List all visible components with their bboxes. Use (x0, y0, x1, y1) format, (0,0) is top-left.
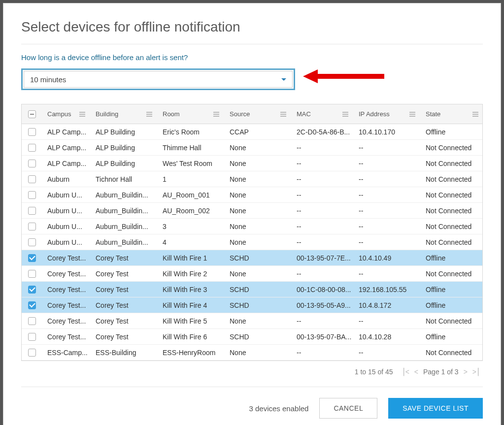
row-checkbox[interactable] (28, 286, 36, 294)
cell-mac: -- (292, 187, 354, 202)
row-checkbox[interactable] (28, 191, 36, 199)
column-menu-icon[interactable] (280, 112, 286, 117)
table-row[interactable]: AuburnTichnor Hall1None----Not Connected (22, 171, 482, 187)
save-device-list-button[interactable]: SAVE DEVICE LIST (388, 398, 483, 419)
cell-room: Wes' Test Room (158, 156, 225, 171)
cell-room: Kill With Fire 2 (158, 266, 225, 281)
col-state[interactable]: State (421, 104, 484, 124)
table-row[interactable]: Corey Test...Corey TestKill With Fire 3S… (22, 282, 482, 297)
cell-campus: Auburn U... (42, 203, 91, 218)
table-row[interactable]: Corey Test...Corey TestKill With Fire 5N… (22, 313, 482, 329)
duration-dropdown-highlight: 10 minutes (21, 68, 295, 90)
col-label: MAC (297, 110, 311, 118)
pager-first-icon[interactable]: ⎮< (402, 368, 409, 376)
table-row[interactable]: Corey Test...Corey TestKill With Fire 4S… (22, 297, 482, 313)
table-row[interactable]: Corey Test...Corey TestKill With Fire 1S… (22, 250, 482, 266)
cell-mac: 2C-D0-5A-86-B... (292, 124, 354, 139)
cancel-button[interactable]: CANCEL (319, 398, 377, 419)
cell-mac: -- (292, 140, 354, 155)
row-checkbox[interactable] (28, 175, 36, 183)
column-menu-icon[interactable] (342, 112, 348, 117)
cell-mac: -- (292, 345, 354, 360)
row-checkbox[interactable] (28, 128, 36, 136)
cell-source: SCHD (225, 250, 292, 265)
row-checkbox[interactable] (28, 144, 36, 152)
cell-building: Corey Test (91, 313, 158, 328)
cell-campus: Corey Test... (42, 313, 91, 328)
select-all-header (22, 104, 42, 124)
pager-last-icon[interactable]: >⎮ (472, 368, 480, 376)
table-row[interactable]: ALP Camp...ALP BuildingThimme HallNone--… (22, 140, 482, 156)
row-checkbox-cell (22, 219, 42, 234)
cell-campus: Corey Test... (42, 250, 91, 265)
duration-dropdown[interactable]: 10 minutes (24, 71, 293, 88)
column-menu-icon[interactable] (213, 112, 219, 117)
cell-building: Corey Test (91, 250, 158, 265)
cell-room: AU_Room_002 (158, 203, 225, 218)
cell-ip: -- (354, 313, 421, 328)
select-all-checkbox[interactable] (28, 110, 36, 118)
table-row[interactable]: Auburn U...Auburn_Buildin...AU_Room_001N… (22, 187, 482, 203)
table-body: ALP Camp...ALP BuildingEric's RoomCCAP2C… (22, 124, 482, 360)
table-row[interactable]: ALP Camp...ALP BuildingWes' Test RoomNon… (22, 156, 482, 171)
col-room[interactable]: Room (158, 104, 225, 124)
cell-room: Kill With Fire 5 (158, 313, 225, 328)
row-checkbox[interactable] (28, 207, 36, 215)
cell-building: ALP Building (91, 156, 158, 171)
row-checkbox[interactable] (28, 223, 36, 230)
table-row[interactable]: Auburn U...Auburn_Buildin...3None----Not… (22, 219, 482, 234)
row-checkbox-cell (22, 266, 42, 281)
row-checkbox[interactable] (28, 301, 36, 309)
row-checkbox-cell (22, 329, 42, 344)
duration-prompt: How long is a device offline before an a… (21, 53, 483, 62)
row-checkbox[interactable] (28, 270, 36, 278)
col-campus[interactable]: Campus (42, 104, 91, 124)
cell-state: Not Connected (421, 140, 484, 155)
row-checkbox[interactable] (28, 333, 36, 341)
table-row[interactable]: Auburn U...Auburn_Buildin...AU_Room_002N… (22, 203, 482, 219)
cell-source: SCHD (225, 282, 292, 297)
cell-campus: Auburn U... (42, 187, 91, 202)
cell-state: Not Connected (421, 187, 484, 202)
row-checkbox[interactable] (28, 317, 36, 325)
cell-room: AU_Room_001 (158, 187, 225, 202)
cell-source: None (225, 266, 292, 281)
cell-ip: 10.4.10.170 (354, 124, 421, 139)
table-row[interactable]: ALP Camp...ALP BuildingEric's RoomCCAP2C… (22, 124, 482, 140)
row-checkbox-cell (22, 345, 42, 360)
column-menu-icon[interactable] (79, 112, 85, 117)
table-row[interactable]: Auburn U...Auburn_Buildin...4None----Not… (22, 234, 482, 250)
col-mac[interactable]: MAC (292, 104, 354, 124)
cell-mac: -- (292, 266, 354, 281)
cell-building: ALP Building (91, 140, 158, 155)
col-building[interactable]: Building (91, 104, 158, 124)
table-row[interactable]: Corey Test...Corey TestKill With Fire 6S… (22, 329, 482, 345)
cell-source: None (225, 313, 292, 328)
cell-ip: 192.168.105.55 (354, 282, 421, 297)
cell-room: 3 (158, 219, 225, 234)
cell-building: Corey Test (91, 329, 158, 344)
cell-state: Not Connected (421, 203, 484, 218)
row-checkbox[interactable] (28, 349, 36, 357)
column-menu-icon[interactable] (146, 112, 152, 117)
cell-mac: 00-13-95-07-7E... (292, 250, 354, 265)
table-row[interactable]: Corey Test...Corey TestKill With Fire 2N… (22, 266, 482, 282)
column-menu-icon[interactable] (472, 112, 478, 117)
row-checkbox[interactable] (28, 160, 36, 167)
caret-down-icon (281, 78, 286, 81)
cell-building: Corey Test (91, 266, 158, 281)
cell-room: Thimme Hall (158, 140, 225, 155)
cell-ip: 10.4.10.49 (354, 250, 421, 265)
table-row[interactable]: ESS-Camp...ESS-BuildingESS-HenryRoomNone… (22, 345, 482, 360)
column-menu-icon[interactable] (409, 112, 415, 117)
pager-prev-icon[interactable]: < (414, 368, 418, 376)
row-checkbox[interactable] (28, 238, 36, 246)
col-ip[interactable]: IP Address (354, 104, 421, 124)
row-checkbox[interactable] (28, 254, 36, 262)
cell-campus: Corey Test... (42, 297, 91, 313)
col-label: State (426, 110, 440, 118)
col-source[interactable]: Source (225, 104, 292, 124)
pager-range: 1 to 15 of 45 (355, 368, 393, 376)
pager-next-icon[interactable]: > (464, 368, 468, 376)
cell-mac: 00-1C-08-00-08... (292, 282, 354, 297)
